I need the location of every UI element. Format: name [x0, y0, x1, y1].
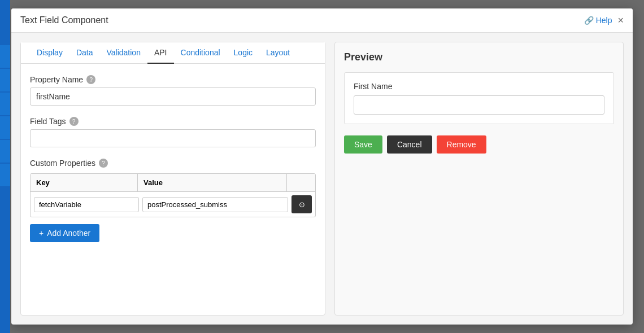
- modal-title: Text Field Component: [20, 15, 108, 25]
- save-button[interactable]: Save: [344, 135, 382, 154]
- table-header: Key Value: [31, 174, 315, 192]
- tab-api[interactable]: API: [147, 42, 174, 64]
- field-tags-label: Field Tags ?: [30, 117, 316, 126]
- tab-logic[interactable]: Logic: [227, 42, 259, 64]
- action-buttons: Save Cancel Remove: [344, 135, 614, 154]
- modal-header: Text Field Component 🔗 Help ×: [11, 8, 633, 33]
- value-input[interactable]: [142, 197, 288, 212]
- property-name-label: Property Name ?: [30, 75, 316, 84]
- tab-display[interactable]: Display: [30, 42, 69, 64]
- field-tags-input[interactable]: [30, 129, 316, 147]
- modal-body: Display Data Validation API Conditional: [11, 33, 633, 325]
- field-tags-help-icon[interactable]: ?: [69, 117, 79, 126]
- api-tab-content: Property Name ? Field Tags ?: [21, 64, 325, 315]
- property-name-group: Property Name ?: [30, 75, 316, 106]
- left-panel: Display Data Validation API Conditional: [20, 42, 325, 316]
- preview-box: First Name: [344, 72, 614, 124]
- key-column-header: Key: [31, 174, 138, 191]
- preview-title: Preview: [344, 51, 614, 63]
- right-panel: Preview First Name Save Cancel Remove: [334, 42, 624, 316]
- property-name-help-icon[interactable]: ?: [86, 75, 95, 84]
- modal-container: Text Field Component 🔗 Help × Display: [11, 8, 633, 325]
- modal-header-actions: 🔗 Help ×: [584, 15, 624, 25]
- property-name-input[interactable]: [30, 87, 316, 106]
- key-input[interactable]: [34, 197, 139, 212]
- field-tags-group: Field Tags ?: [30, 117, 316, 147]
- custom-properties-group: Custom Properties ? Key Value: [30, 159, 316, 242]
- delete-icon: ⊙: [299, 200, 305, 209]
- help-icon: 🔗: [584, 16, 594, 25]
- tabs-bar: Display Data Validation API Conditional: [21, 42, 325, 64]
- remove-button[interactable]: Remove: [437, 135, 486, 154]
- value-column-header: Value: [138, 174, 287, 191]
- custom-properties-label: Custom Properties ?: [30, 159, 316, 168]
- custom-properties-help-icon[interactable]: ?: [99, 159, 108, 168]
- table-row: ⊙: [31, 192, 315, 217]
- delete-row-button[interactable]: ⊙: [291, 195, 312, 213]
- help-link[interactable]: 🔗 Help: [584, 16, 612, 25]
- preview-field-label: First Name: [354, 82, 604, 91]
- tab-layout[interactable]: Layout: [259, 42, 297, 64]
- plus-icon: +: [39, 229, 43, 238]
- cancel-button[interactable]: Cancel: [387, 135, 432, 154]
- add-another-button[interactable]: + Add Another: [30, 224, 99, 242]
- tab-validation[interactable]: Validation: [99, 42, 147, 64]
- close-button[interactable]: ×: [617, 15, 624, 25]
- action-column-header: [287, 174, 315, 191]
- tab-conditional[interactable]: Conditional: [174, 42, 227, 64]
- preview-field-input[interactable]: [354, 95, 604, 115]
- custom-properties-table: Key Value ⊙: [30, 173, 316, 217]
- tab-data[interactable]: Data: [69, 42, 100, 64]
